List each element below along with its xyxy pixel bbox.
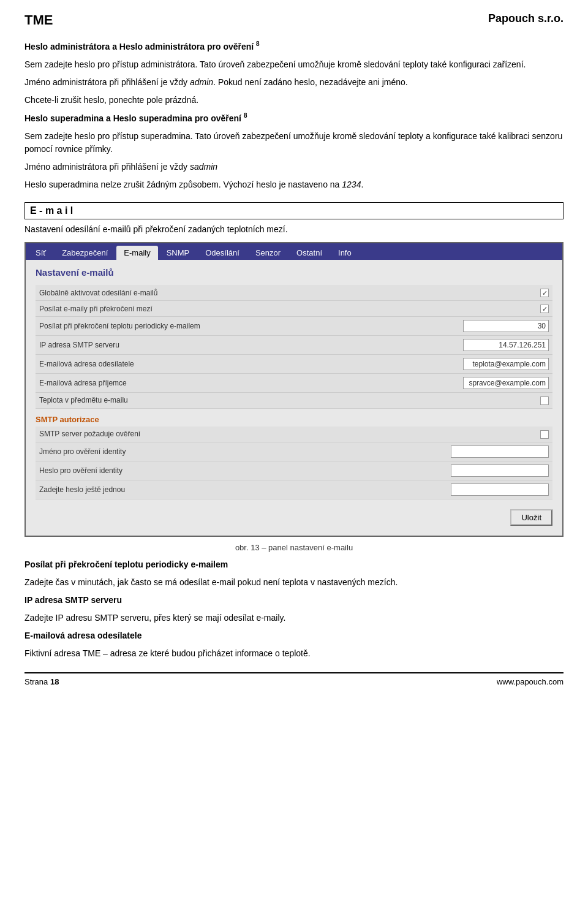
text-from-email: Fiktivní adresa TME – adresa ze které bu… <box>24 647 564 660</box>
value-smtp-auth <box>320 427 552 442</box>
superadmin-para-3: Heslo superadmina nelze zrušit žádným zp… <box>24 178 564 191</box>
label-to-email: E-mailová adresa příjemce <box>36 373 320 392</box>
page-number: Strana 18 <box>24 677 59 686</box>
row-smtp-auth: SMTP server požaduje ověření <box>36 427 552 442</box>
admin-para-2: Jméno administrátora při přihlášení je v… <box>24 76 564 89</box>
label-smtp-ip: IP adresa SMTP serveru <box>36 335 320 354</box>
tab-info[interactable]: Info <box>331 246 359 260</box>
value-to-email: spravce@example.com <box>320 373 552 392</box>
checkbox-global-activate[interactable] <box>540 289 549 297</box>
superadmin-para-2: Jméno administrátora při přihlášení je v… <box>24 161 564 173</box>
save-button[interactable]: Uložit <box>510 509 552 526</box>
label-smtp-username: Jméno pro ověření identity <box>36 442 320 461</box>
admin-password-section: Heslo administrátora a Heslo administrát… <box>24 39 564 107</box>
label-teplota-predmet: Teplota v předmětu e-mailu <box>36 392 320 408</box>
text-periodicky: Zadejte čas v minutách, jak často se má … <box>24 576 564 589</box>
label-posilat-meze: Posílat e-maily při překročení mezí <box>36 301 320 317</box>
input-to-email[interactable]: spravce@example.com <box>463 377 549 389</box>
value-global-activate <box>320 285 552 300</box>
admin-heading: Heslo administrátora a Heslo administrát… <box>24 42 260 51</box>
row-global-activate: Globálně aktivovat odesílání e-mailů <box>36 285 552 300</box>
row-smtp-password2: Zadejte heslo ještě jednou <box>36 480 552 499</box>
label-smtp-password: Heslo pro ověření identity <box>36 461 320 480</box>
heading-periodicky: Posílat při překročení teplotu periodick… <box>24 559 228 569</box>
input-smtp-username[interactable] <box>451 446 549 458</box>
heading-from-email: E-mailová adresa odesílatele <box>24 631 141 640</box>
panel-smtp-table: SMTP server požaduje ověření Jméno pro o… <box>36 427 552 499</box>
value-posilat-meze <box>320 301 552 317</box>
footer-website: www.papouch.com <box>497 677 564 686</box>
row-teplota-predmet: Teplota v předmětu e-mailu <box>36 392 552 408</box>
header-bar: TME Papouch s.r.o. <box>24 12 564 28</box>
subsection-periodicky: Posílat při překročení teplotu periodick… <box>24 558 564 589</box>
admin-para-3: Chcete-li zrušit heslo, ponechte pole pr… <box>24 94 564 107</box>
subsection-from-email: E-mailová adresa odesílatele Fiktivní ad… <box>24 629 564 660</box>
input-periodicky[interactable]: 30 <box>463 320 549 332</box>
panel-tabs: Síť Zabezpečení E-maily SNMP Odesílání S… <box>26 243 562 260</box>
checkbox-smtp-auth[interactable] <box>540 430 549 439</box>
subsection-smtp-ip: IP adresa SMTP serveru Zadejte IP adresu… <box>24 594 564 624</box>
heading-smtp-ip: IP adresa SMTP serveru <box>24 595 122 605</box>
label-smtp-auth: SMTP server požaduje ověření <box>36 427 320 442</box>
checkbox-posilat-meze[interactable] <box>540 305 549 313</box>
row-to-email: E-mailová adresa příjemce spravce@exampl… <box>36 373 552 392</box>
checkbox-teplota-predmet[interactable] <box>540 396 549 405</box>
tab-zabezpeceni[interactable]: Zabezpečení <box>55 246 115 260</box>
label-from-email: E-mailová adresa odesílatele <box>36 354 320 373</box>
panel-main-table: Globálně aktivovat odesílání e-mailů Pos… <box>36 285 552 408</box>
save-row: Uložit <box>36 509 552 526</box>
input-smtp-password2[interactable] <box>451 483 549 496</box>
input-smtp-password[interactable] <box>451 464 549 477</box>
row-smtp-password: Heslo pro ověření identity <box>36 461 552 480</box>
email-section-intro: Nastavení odesílání e-mailů při překroče… <box>24 223 564 236</box>
panel-body: Nastavení e-mailů Globálně aktivovat ode… <box>26 260 562 535</box>
value-teplota-predmet <box>320 392 552 408</box>
row-from-email: E-mailová adresa odesílatele teplota@exa… <box>36 354 552 373</box>
value-smtp-password2 <box>320 480 552 499</box>
superadmin-password-section: Heslo superadmina a Heslo superadmina pr… <box>24 112 564 192</box>
value-smtp-password <box>320 461 552 480</box>
input-from-email[interactable]: teplota@example.com <box>463 358 549 370</box>
row-smtp-ip: IP adresa SMTP serveru 14.57.126.251 <box>36 335 552 354</box>
superadmin-heading: Heslo superadmina a Heslo superadmina pr… <box>24 113 247 123</box>
value-from-email: teplota@example.com <box>320 354 552 373</box>
row-periodicky: Posílat při překročení teplotu periodick… <box>36 316 552 335</box>
smtp-auth-subtitle: SMTP autorizace <box>36 415 552 424</box>
label-smtp-password2: Zadejte heslo ještě jednou <box>36 480 320 499</box>
admin-para-1: Sem zadejte heslo pro přístup administrá… <box>24 58 564 71</box>
label-periodicky: Posílat při překročení teplotu periodick… <box>36 316 320 335</box>
tab-sit[interactable]: Síť <box>28 246 53 260</box>
superadmin-para-1: Sem zadejte heslo pro přístup superadmin… <box>24 130 564 156</box>
app-title: TME <box>24 12 53 28</box>
label-global-activate: Globálně aktivovat odesílání e-mailů <box>36 285 320 300</box>
company-name: Papouch s.r.o. <box>488 12 564 25</box>
row-smtp-username: Jméno pro ověření identity <box>36 442 552 461</box>
email-section-heading: E - m a i l <box>24 202 564 219</box>
value-smtp-ip: 14.57.126.251 <box>320 335 552 354</box>
footer-bar: Strana 18 www.papouch.com <box>24 672 564 686</box>
tab-ostatni[interactable]: Ostatní <box>289 246 330 260</box>
panel-caption: obr. 13 – panel nastavení e-mailu <box>24 543 564 552</box>
tab-odesilani[interactable]: Odesílání <box>198 246 247 260</box>
panel-screenshot: Síť Zabezpečení E-maily SNMP Odesílání S… <box>24 242 564 536</box>
value-periodicky: 30 <box>320 316 552 335</box>
panel-title: Nastavení e-mailů <box>36 267 552 278</box>
input-smtp-ip[interactable]: 14.57.126.251 <box>463 339 549 351</box>
tab-senzor[interactable]: Senzor <box>248 246 288 260</box>
text-smtp-ip: Zadejte IP adresu SMTP serveru, přes kte… <box>24 612 564 624</box>
tab-snmp[interactable]: SNMP <box>159 246 197 260</box>
value-smtp-username <box>320 442 552 461</box>
tab-emaily[interactable]: E-maily <box>116 246 157 260</box>
row-posilat-meze: Posílat e-maily při překročení mezí <box>36 301 552 317</box>
